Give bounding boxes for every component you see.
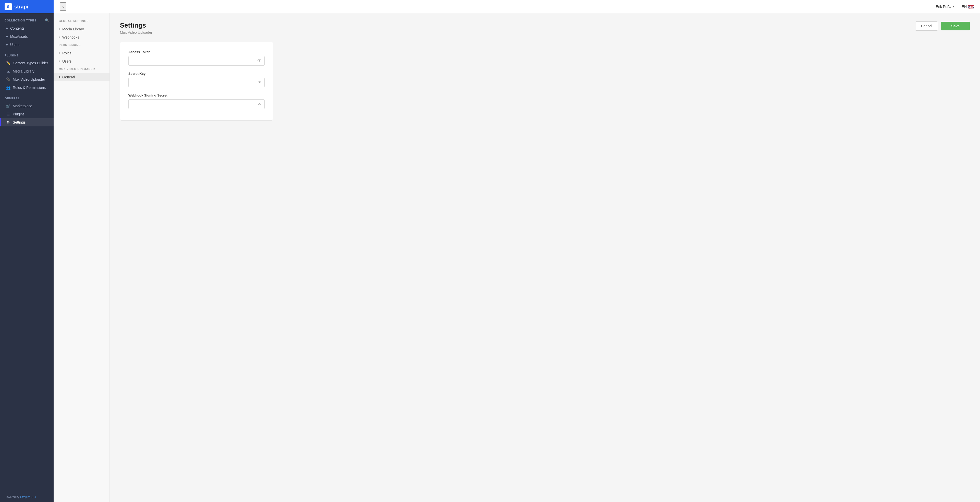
settings-subtitle: Mux Video Uploader (120, 30, 152, 35)
sidebar-logo: S strapi (0, 0, 54, 13)
secret-key-input[interactable] (128, 78, 265, 87)
sidebar-item-label: Media Library (13, 69, 35, 73)
gear-icon: ⚙ (6, 120, 10, 124)
access-token-input-wrapper: 👁 (128, 56, 265, 65)
user-menu[interactable]: Erik Peña ▾ (936, 5, 954, 9)
sidebar-item-label: Roles & Permissions (13, 86, 46, 89)
bullet-icon (6, 36, 8, 37)
sub-item-media-library[interactable]: Media Library (54, 25, 110, 33)
content-area: Global Settings Media Library Webhooks P… (54, 13, 980, 502)
search-icon[interactable]: 🔍 (45, 18, 49, 22)
sub-item-label: General (62, 75, 75, 79)
sidebar-item-mux-video-uploader[interactable]: 🔌 Mux Video Uploader (0, 75, 54, 83)
sidebar-item-roles-permissions[interactable]: 👥 Roles & Permissions (0, 83, 54, 92)
sidebar-item-muxassets[interactable]: MuxAssets (0, 32, 54, 41)
topbar: ‹ Erik Peña ▾ EN 🇺🇸 (54, 0, 980, 13)
eye-icon-webhook-signing-secret[interactable]: 👁 (258, 102, 262, 107)
sidebar-item-label: Mux Video Uploader (13, 77, 45, 81)
sidebar-item-settings[interactable]: ⚙ Settings (0, 118, 54, 126)
access-token-group: Access Token 👁 (128, 50, 265, 65)
collection-types-section: Collection Types 🔍 (0, 13, 54, 24)
save-button[interactable]: Save (941, 22, 970, 30)
strapi-version-link[interactable]: Strapi v3.1.4 (20, 496, 36, 499)
cancel-button[interactable]: Cancel (915, 21, 938, 31)
main-area: ‹ Erik Peña ▾ EN 🇺🇸 Global Settings Medi… (54, 0, 980, 502)
general-section-label: General (0, 92, 54, 102)
sidebar-footer: Powered by Strapi v3.1.4 (0, 492, 54, 502)
permissions-label: Permissions (54, 43, 110, 49)
access-token-label: Access Token (128, 50, 265, 54)
sub-sidebar: Global Settings Media Library Webhooks P… (54, 13, 110, 502)
sidebar-item-contents[interactable]: Contents (0, 24, 54, 32)
sidebar-item-label: Contents (10, 26, 24, 30)
eye-icon-secret-key[interactable]: 👁 (258, 80, 262, 85)
cloud-icon: ☁ (6, 69, 10, 73)
sidebar-item-label: MuxAssets (10, 35, 27, 38)
sidebar-item-label: Marketplace (13, 104, 32, 108)
settings-header: Settings Mux Video Uploader Cancel Save (120, 21, 970, 35)
settings-card: Access Token 👁 Secret Key 👁 Webhook Sign… (120, 41, 273, 121)
sub-item-label: Media Library (62, 27, 84, 31)
footer-text: Powered by (5, 496, 20, 499)
sub-item-label: Roles (62, 51, 72, 55)
plug-icon: 🔌 (6, 77, 10, 81)
settings-actions: Cancel Save (915, 21, 970, 31)
sub-bullet-icon (59, 37, 60, 38)
sidebar-item-media-library[interactable]: ☁ Media Library (0, 67, 54, 75)
bullet-icon (6, 27, 8, 29)
settings-title-group: Settings Mux Video Uploader (120, 21, 152, 35)
sub-item-webhooks[interactable]: Webhooks (54, 33, 110, 41)
pencil-icon: ✏️ (6, 61, 10, 65)
settings-main: Settings Mux Video Uploader Cancel Save … (110, 13, 980, 502)
eye-icon-access-token[interactable]: 👁 (258, 59, 262, 63)
sidebar-item-label: Settings (13, 120, 26, 124)
sidebar: S strapi Collection Types 🔍 Contents Mux… (0, 0, 54, 502)
mux-video-uploader-label: Mux Video Uploader (54, 67, 110, 73)
language-label: EN (962, 5, 967, 9)
users-icon: 👥 (6, 86, 10, 89)
sidebar-item-users-collection[interactable]: Users (0, 41, 54, 49)
back-button[interactable]: ‹ (60, 2, 66, 11)
secret-key-label: Secret Key (128, 72, 265, 76)
sub-bullet-icon (59, 61, 60, 62)
strapi-logo-text: strapi (14, 4, 28, 10)
marketplace-icon: 🛒 (6, 104, 10, 108)
list-icon: ☰ (6, 112, 10, 116)
sub-item-users[interactable]: Users (54, 57, 110, 65)
webhook-signing-secret-group: Webhook Signing Secret 👁 (128, 94, 265, 109)
webhook-signing-secret-input-wrapper: 👁 (128, 99, 265, 109)
sub-item-label: Webhooks (62, 35, 79, 39)
sidebar-item-label: Content-Types Builder (13, 61, 48, 65)
bullet-icon (6, 44, 8, 45)
sidebar-item-label: Plugins (13, 112, 24, 116)
webhook-signing-secret-input[interactable] (128, 99, 265, 109)
sidebar-item-marketplace[interactable]: 🛒 Marketplace (0, 102, 54, 110)
sub-item-label: Users (62, 59, 72, 63)
sub-item-general[interactable]: General (54, 73, 110, 81)
sub-item-roles[interactable]: Roles (54, 49, 110, 57)
flag-icon: 🇺🇸 (968, 5, 974, 8)
secret-key-group: Secret Key 👁 (128, 72, 265, 87)
global-settings-label: Global Settings (54, 19, 110, 25)
language-selector[interactable]: EN 🇺🇸 (962, 5, 974, 9)
plugins-section-label: Plugins (0, 49, 54, 59)
sidebar-item-content-types-builder[interactable]: ✏️ Content-Types Builder (0, 59, 54, 67)
sidebar-item-plugins[interactable]: ☰ Plugins (0, 110, 54, 118)
collection-types-label: Collection Types (5, 19, 37, 22)
sub-bullet-icon (59, 76, 60, 78)
user-caret-icon: ▾ (953, 5, 954, 8)
secret-key-input-wrapper: 👁 (128, 78, 265, 87)
sub-bullet-icon (59, 28, 60, 30)
strapi-logo-icon: S (5, 3, 12, 10)
sidebar-item-label: Users (10, 43, 20, 47)
access-token-input[interactable] (128, 56, 265, 65)
webhook-signing-secret-label: Webhook Signing Secret (128, 94, 265, 97)
sub-bullet-icon (59, 53, 60, 54)
user-name: Erik Peña (936, 5, 951, 9)
settings-title: Settings (120, 21, 152, 29)
